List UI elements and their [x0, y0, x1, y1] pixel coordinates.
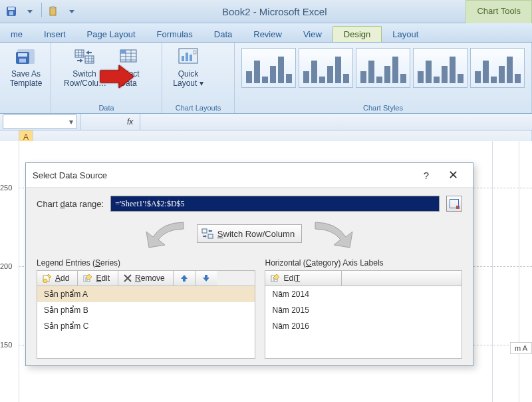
svg-rect-4 — [51, 6, 55, 9]
group-title-styles: Chart Styles — [240, 102, 526, 112]
tab-insert[interactable]: Insert — [33, 27, 76, 42]
group-data: Switch Row/Colu… Select Data Data — [51, 43, 162, 113]
range-selector-icon[interactable] — [446, 196, 462, 212]
list-item[interactable]: Sản phẩm A — [37, 286, 255, 302]
app-title: Book2 - Microsoft Excel — [83, 6, 466, 17]
svg-rect-15 — [186, 53, 188, 61]
qat-dropdown-icon[interactable] — [21, 3, 39, 20]
series-edit-button[interactable]: Edit — [78, 271, 118, 286]
arrow-up-icon — [180, 274, 188, 282]
legend-entries-title: Legend Entries (Series) — [37, 258, 255, 268]
curve-arrow-left-icon — [137, 218, 197, 249]
dialog-titlebar[interactable]: Select Data Source ? ✕ — [26, 163, 473, 188]
dialog-title: Select Data Source — [33, 170, 413, 180]
category-axis-panel: Horizontal (Category) Axis Labels EdiT N… — [265, 258, 462, 359]
tab-review[interactable]: Review — [243, 27, 293, 42]
axis-150: 150 — [0, 341, 12, 349]
list-item[interactable]: Năm 2014 — [265, 286, 462, 302]
switch-row-column-button[interactable]: Switch Row/Colu… — [64, 45, 105, 89]
quick-layout-label: Quick Layout ▾ — [173, 69, 203, 88]
categories-edit-button[interactable]: EdiT — [265, 271, 342, 286]
tab-view[interactable]: View — [293, 27, 332, 42]
switch-row-column-label: Switch Row/Colu… — [64, 69, 106, 88]
group-title-data: Data — [57, 102, 156, 112]
chart-style-5[interactable] — [470, 48, 525, 88]
axis-200: 200 — [0, 262, 12, 270]
chart-style-2[interactable] — [299, 48, 353, 88]
add-icon — [43, 274, 52, 283]
svg-rect-14 — [182, 56, 184, 61]
select-data-icon — [117, 45, 140, 68]
legend-fragment: m A — [510, 342, 532, 354]
categories-listbox[interactable]: Năm 2014 Năm 2015 Năm 2016 — [265, 286, 462, 359]
quick-layout-button[interactable]: Quick Layout ▾ — [168, 45, 209, 89]
select-data-button[interactable]: Select Data — [108, 45, 149, 89]
titlebar: Book2 - Microsoft Excel Chart Tools — [0, 0, 532, 23]
svg-rect-9 — [75, 50, 84, 57]
svg-rect-18 — [202, 229, 207, 233]
separator — [41, 3, 42, 17]
remove-icon — [124, 274, 132, 282]
chart-data-range-input[interactable]: ='Sheet1'!$A$2:$D$5 — [110, 196, 440, 212]
svg-rect-7 — [18, 53, 27, 57]
save-template-icon — [15, 45, 37, 68]
tab-data[interactable]: Data — [203, 27, 243, 42]
dialog-help-button[interactable]: ? — [413, 170, 440, 181]
svg-rect-2 — [9, 11, 13, 15]
svg-rect-1 — [8, 7, 15, 10]
tab-page-layout[interactable]: Page Layout — [76, 27, 146, 42]
list-item[interactable]: Năm 2016 — [265, 318, 462, 334]
tab-design[interactable]: Design — [332, 26, 382, 42]
list-item[interactable]: Sản phẩm C — [37, 318, 255, 334]
name-box[interactable]: ▾ — [3, 114, 77, 129]
arrow-down-icon — [202, 274, 210, 282]
group-chart-layouts: Quick Layout ▾ Chart Layouts — [162, 43, 235, 113]
legend-entries-panel: Legend Entries (Series) Add Edit Remove — [37, 258, 255, 359]
svg-point-21 — [43, 279, 47, 283]
group-title-layouts: Chart Layouts — [168, 102, 229, 112]
quick-layout-icon — [177, 45, 200, 68]
curve-arrow-right-icon — [302, 218, 362, 249]
switch-row-column-dialog-label: Switch Row/Column — [217, 229, 295, 239]
save-icon[interactable] — [3, 3, 20, 20]
save-as-template-button[interactable]: Save As Template — [5, 45, 47, 89]
switch-row-column-small-icon — [201, 228, 213, 240]
name-box-dropdown-icon[interactable]: ▾ — [66, 117, 76, 126]
edit-icon — [271, 274, 280, 283]
svg-rect-19 — [208, 234, 213, 238]
quick-access-toolbar — [0, 1, 83, 21]
group-chart-styles: Chart Styles — [235, 43, 532, 113]
qat-more-icon[interactable] — [63, 3, 80, 20]
switch-row-column-dialog-button[interactable]: Switch Row/Column — [197, 224, 302, 243]
chart-style-1[interactable] — [241, 48, 296, 88]
select-data-source-dialog: Select Data Source ? ✕ Chart data range:… — [25, 162, 473, 366]
save-as-template-label: Save As Template — [10, 69, 43, 88]
svg-rect-10 — [85, 56, 94, 63]
series-listbox[interactable]: Sản phẩm A Sản phẩm B Sản phẩm C — [37, 286, 255, 359]
formula-input[interactable] — [140, 114, 532, 130]
series-move-down-button[interactable] — [196, 271, 217, 286]
formula-bar: ▾ fx — [0, 114, 532, 130]
tab-layout[interactable]: Layout — [382, 27, 429, 42]
chart-data-range-label: Chart data range: — [37, 199, 104, 209]
edit-icon — [83, 274, 92, 283]
list-item[interactable]: Sản phẩm B — [37, 302, 255, 318]
category-axis-title: Horizontal (Category) Axis Labels — [265, 258, 462, 268]
list-item[interactable]: Năm 2015 — [265, 302, 462, 318]
switch-row-column-icon — [73, 45, 96, 68]
group-title-templates — [5, 110, 45, 112]
close-icon[interactable]: ✕ — [440, 168, 466, 182]
chart-style-4[interactable] — [413, 48, 467, 88]
ribbon-tabs: me Insert Page Layout Formulas Data Revi… — [0, 23, 532, 43]
svg-rect-8 — [19, 59, 26, 63]
chart-style-3[interactable] — [356, 48, 410, 88]
paste-icon[interactable] — [45, 3, 62, 20]
tab-formulas[interactable]: Formulas — [146, 27, 203, 42]
select-data-label: Select Data — [117, 69, 139, 88]
svg-rect-12 — [120, 50, 126, 53]
tab-home[interactable]: me — [0, 27, 33, 42]
fx-icon[interactable]: fx — [120, 117, 140, 126]
series-add-button[interactable]: Add — [37, 271, 78, 286]
series-move-up-button[interactable] — [174, 271, 196, 286]
series-remove-button[interactable]: Remove — [118, 271, 174, 286]
